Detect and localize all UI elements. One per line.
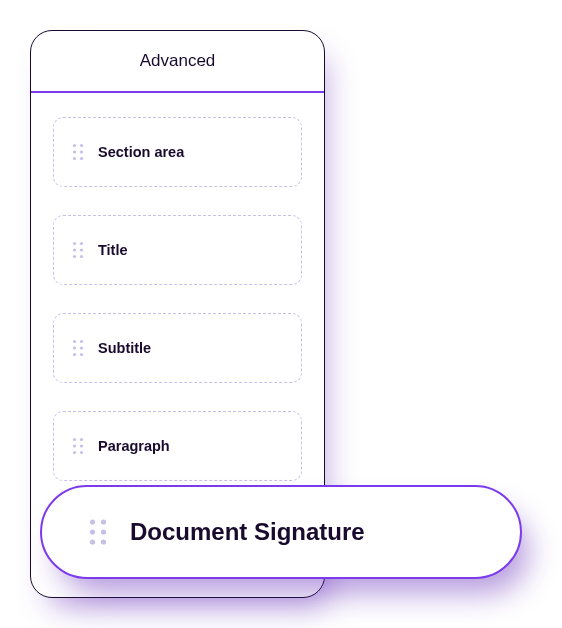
svg-point-24	[90, 519, 95, 524]
svg-point-19	[80, 438, 83, 441]
svg-point-3	[80, 150, 83, 153]
svg-point-28	[90, 539, 95, 544]
svg-point-7	[80, 242, 83, 245]
svg-point-22	[73, 451, 76, 454]
svg-point-0	[73, 144, 76, 147]
svg-point-11	[80, 255, 83, 258]
svg-point-20	[73, 444, 76, 447]
block-section-area[interactable]: Section area	[53, 117, 302, 187]
block-title[interactable]: Title	[53, 215, 302, 285]
blocks-list: Section area Title	[31, 93, 324, 481]
block-document-signature[interactable]: Document Signature	[40, 485, 522, 579]
svg-point-12	[73, 340, 76, 343]
block-label: Paragraph	[98, 438, 170, 454]
svg-point-10	[73, 255, 76, 258]
svg-point-29	[101, 539, 106, 544]
svg-point-14	[73, 346, 76, 349]
block-paragraph[interactable]: Paragraph	[53, 411, 302, 481]
svg-point-1	[80, 144, 83, 147]
block-label: Title	[98, 242, 128, 258]
svg-point-4	[73, 157, 76, 160]
svg-point-25	[101, 519, 106, 524]
drag-handle-icon	[88, 517, 108, 547]
svg-point-13	[80, 340, 83, 343]
svg-point-26	[90, 529, 95, 534]
drag-handle-icon	[72, 339, 84, 357]
svg-point-6	[73, 242, 76, 245]
svg-point-15	[80, 346, 83, 349]
block-subtitle[interactable]: Subtitle	[53, 313, 302, 383]
drag-handle-icon	[72, 241, 84, 259]
drag-handle-icon	[72, 437, 84, 455]
svg-point-8	[73, 248, 76, 251]
svg-point-27	[101, 529, 106, 534]
block-label: Section area	[98, 144, 184, 160]
tab-label: Advanced	[140, 51, 216, 71]
svg-point-16	[73, 353, 76, 356]
svg-point-18	[73, 438, 76, 441]
svg-point-17	[80, 353, 83, 356]
svg-point-5	[80, 157, 83, 160]
svg-point-9	[80, 248, 83, 251]
block-label: Subtitle	[98, 340, 151, 356]
drag-handle-icon	[72, 143, 84, 161]
tab-advanced[interactable]: Advanced	[31, 31, 324, 93]
svg-point-23	[80, 451, 83, 454]
svg-point-2	[73, 150, 76, 153]
feature-label: Document Signature	[130, 518, 365, 546]
svg-point-21	[80, 444, 83, 447]
